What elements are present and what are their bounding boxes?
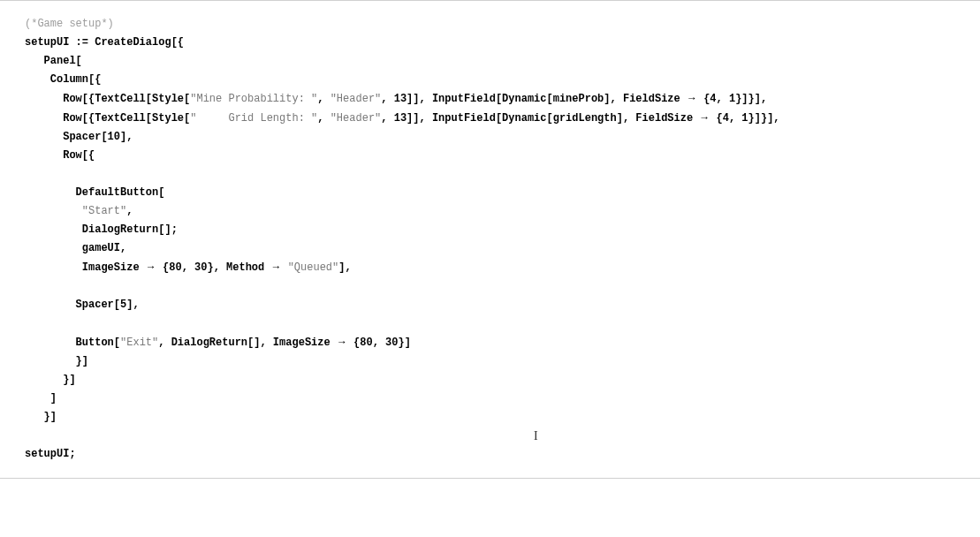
text-cursor-icon: I xyxy=(534,429,538,443)
blank-line xyxy=(25,165,980,184)
blank-line xyxy=(25,314,980,333)
code-line: Row[{TextCell[Style[" Grid Length: ", "H… xyxy=(25,109,980,128)
arrow-icon: → xyxy=(699,111,710,124)
arrow-icon: → xyxy=(146,261,156,273)
code-line: gameUI, xyxy=(25,239,980,258)
code-line: }] xyxy=(25,371,980,390)
comment-text: (*Game setup*) xyxy=(25,18,114,30)
code-line: Column[{ xyxy=(25,71,980,89)
arrow-icon: → xyxy=(337,336,347,348)
code-line-comment: (*Game setup*) xyxy=(25,15,980,34)
blank-line xyxy=(25,277,980,296)
code-line: Button["Exit", DialogReturn[], ImageSize… xyxy=(25,333,980,352)
code-line: Row[{TextCell[Style["Mine Probability: "… xyxy=(25,89,980,109)
code-line: Spacer[10], xyxy=(25,128,980,147)
code-cell[interactable]: (*Game setup*) setupUI := CreateDialog[{… xyxy=(0,0,980,479)
code-line: DialogReturn[]; xyxy=(25,221,980,239)
code-line: Panel[ xyxy=(25,52,980,71)
code-line: setupUI := CreateDialog[{ xyxy=(25,34,980,52)
code-line: DefaultButton[ xyxy=(25,184,980,202)
arrow-icon: → xyxy=(270,261,281,273)
code-line: ] xyxy=(25,390,980,408)
code-line: ImageSize → {80, 30}, Method → "Queued"]… xyxy=(25,258,980,277)
arrow-icon: → xyxy=(687,92,697,104)
code-line: Row[{ xyxy=(25,147,980,165)
code-line: "Start", xyxy=(25,202,980,221)
code-line: }] xyxy=(25,408,980,427)
code-line: Spacer[5], xyxy=(25,296,980,314)
code-line: }] xyxy=(25,352,980,371)
blank-line xyxy=(25,427,980,445)
code-line: setupUI; xyxy=(25,445,980,464)
